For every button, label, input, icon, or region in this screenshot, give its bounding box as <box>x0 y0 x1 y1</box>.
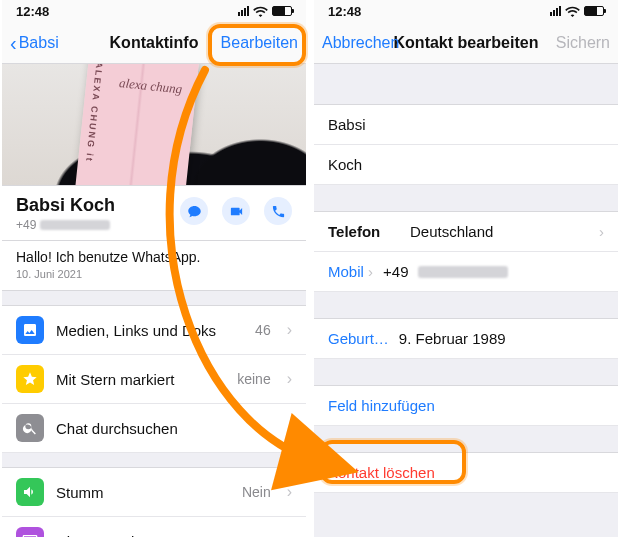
save-button[interactable]: Sichern <box>556 34 610 52</box>
battery-icon <box>584 6 604 16</box>
row-media[interactable]: Medien, Links und Doks 46 › <box>2 305 306 355</box>
row-mute-label: Stumm <box>56 484 230 501</box>
status-time: 12:48 <box>328 4 361 19</box>
row-wallpaper-label: Hintergründe & Töne <box>56 533 271 538</box>
phone-edit-contact: 12:48 Abbrechen Kontakt bearbeiten Siche… <box>314 0 618 537</box>
redacted-phone <box>40 220 110 230</box>
status-icons <box>550 6 604 17</box>
status-time: 12:48 <box>16 4 49 19</box>
wifi-icon <box>565 6 580 17</box>
wifi-icon <box>253 6 268 17</box>
nav-bar: Abbrechen Kontakt bearbeiten Sichern <box>314 22 618 64</box>
chevron-right-icon: › <box>287 370 292 388</box>
message-button[interactable] <box>180 197 208 225</box>
delete-contact-row[interactable]: Kontakt löschen <box>314 452 618 493</box>
first-name-value: Babsi <box>328 116 604 133</box>
row-starred-value: keine <box>237 371 270 387</box>
chevron-right-icon: › <box>287 532 292 537</box>
back-button[interactable]: ‹ Babsi <box>10 33 59 53</box>
bday-label: Geburt… <box>328 330 389 347</box>
row-wallpaper[interactable]: Hintergründe & Töne › <box>2 517 306 537</box>
phone-label: Telefon <box>328 223 400 240</box>
signal-icon <box>550 6 561 16</box>
video-button[interactable] <box>222 197 250 225</box>
delete-contact-label: Kontakt löschen <box>328 464 435 481</box>
star-icon <box>16 365 44 393</box>
mobile-prefix: +49 <box>383 263 408 280</box>
row-search-label: Chat durchsuchen <box>56 420 292 437</box>
status-date: 10. Juni 2021 <box>16 268 292 280</box>
contact-photo[interactable]: ALEXA CHUNG it alexa chung <box>2 64 306 186</box>
book-signature: alexa chung <box>119 76 183 96</box>
signal-icon <box>238 6 249 16</box>
redacted-phone <box>418 266 508 278</box>
status-text: Hallo! Ich benutze WhatsApp. <box>16 249 292 265</box>
mobile-row[interactable]: Mobil › +49 <box>314 252 618 292</box>
status-icons <box>238 6 292 17</box>
edit-button[interactable]: Bearbeiten <box>221 34 298 52</box>
speaker-icon <box>16 478 44 506</box>
chevron-left-icon: ‹ <box>10 33 17 53</box>
phone-country-row[interactable]: Telefon Deutschland › <box>314 211 618 252</box>
contact-phone: +49 <box>16 218 115 232</box>
phone-contact-info: 12:48 ‹ Babsi Kontaktinfo Bearbeiten ALE… <box>2 0 306 537</box>
bday-row[interactable]: Geburt… 9. Februar 1989 <box>314 318 618 359</box>
status-bar: 12:48 <box>314 0 618 22</box>
search-icon <box>16 414 44 442</box>
last-name-value: Koch <box>328 156 604 173</box>
wallpaper-icon <box>16 527 44 537</box>
contact-status[interactable]: Hallo! Ich benutze WhatsApp. 10. Juni 20… <box>2 241 306 291</box>
status-bar: 12:48 <box>2 0 306 22</box>
chevron-right-icon: › <box>287 321 292 339</box>
photos-icon <box>16 316 44 344</box>
back-label: Babsi <box>19 34 59 52</box>
row-starred-label: Mit Stern markiert <box>56 371 225 388</box>
cancel-label: Abbrechen <box>322 34 399 52</box>
contact-name: Babsi Koch <box>16 195 115 216</box>
first-name-field[interactable]: Babsi <box>314 104 618 145</box>
phone-country: Deutschland <box>410 223 589 240</box>
bday-value: 9. Februar 1989 <box>399 330 604 347</box>
row-mute-value: Nein <box>242 484 271 500</box>
mobile-label: Mobil › <box>328 263 373 280</box>
book-spine-text: ALEXA CHUNG it <box>84 64 105 163</box>
add-field-label: Feld hinzufügen <box>328 397 435 414</box>
nav-bar: ‹ Babsi Kontaktinfo Bearbeiten <box>2 22 306 64</box>
row-media-value: 46 <box>255 322 271 338</box>
row-mute[interactable]: Stumm Nein › <box>2 467 306 517</box>
last-name-field[interactable]: Koch <box>314 145 618 185</box>
add-field-row[interactable]: Feld hinzufügen <box>314 385 618 426</box>
battery-icon <box>272 6 292 16</box>
row-media-label: Medien, Links und Doks <box>56 322 243 339</box>
chevron-right-icon: › <box>599 223 604 240</box>
row-starred[interactable]: Mit Stern markiert keine › <box>2 355 306 404</box>
row-search[interactable]: Chat durchsuchen <box>2 404 306 453</box>
edit-label: Bearbeiten <box>221 34 298 52</box>
cancel-button[interactable]: Abbrechen <box>322 34 399 52</box>
call-button[interactable] <box>264 197 292 225</box>
save-label: Sichern <box>556 34 610 52</box>
chevron-right-icon: › <box>287 483 292 501</box>
contact-header: Babsi Koch +49 <box>2 186 306 241</box>
